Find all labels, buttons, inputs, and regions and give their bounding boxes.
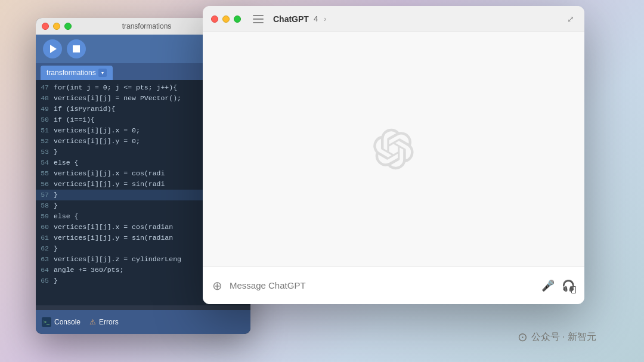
chatgpt-chevron-icon: ›: [324, 15, 326, 23]
line-number: 47: [36, 82, 54, 93]
line-code: vertices[i][j].x = cos(radi: [54, 168, 165, 179]
line-code: for(int j = 0; j <= pts; j++){: [54, 82, 177, 93]
line-number: 58: [36, 200, 54, 211]
console-icon: >_: [42, 317, 51, 327]
message-input[interactable]: [230, 280, 534, 290]
line-code: }: [54, 243, 58, 254]
line-code: }: [54, 147, 58, 157]
chatgpt-body: [203, 32, 584, 266]
external-link-icon[interactable]: ⤢: [565, 14, 576, 24]
line-code: }: [54, 190, 58, 200]
run-button[interactable]: [43, 39, 62, 58]
console-status[interactable]: >_ Console: [42, 317, 80, 327]
line-code: vertices[i][j].x = cos(radian: [54, 222, 173, 233]
line-number: 59: [36, 211, 54, 222]
chatgpt-title: ChatGPT: [273, 14, 309, 24]
tab-label: transformations: [47, 69, 96, 77]
watermark-text: 公众号 · 新智元: [531, 331, 596, 344]
errors-label: Errors: [99, 318, 119, 326]
line-number: 53: [36, 147, 54, 157]
line-code: vertices[i][j] = new PVector();: [54, 93, 181, 104]
processing-statusbar: >_ Console ⚠ Errors: [36, 310, 250, 334]
wechat-icon: ⊙: [518, 330, 528, 344]
line-number: 64: [36, 265, 54, 276]
line-code: if (i==1){: [54, 115, 95, 125]
watermark: ⊙ 公众号 · 新智元: [518, 330, 596, 344]
line-number: 51: [36, 125, 54, 136]
chatgpt-traffic-yellow[interactable]: [222, 16, 230, 23]
line-number: 56: [36, 179, 54, 190]
sidebar-toggle-icon[interactable]: [253, 15, 264, 23]
line-number: 54: [36, 157, 54, 168]
line-code: }: [54, 276, 58, 286]
line-code: }: [54, 200, 58, 211]
tab-dropdown-icon[interactable]: ▾: [98, 69, 107, 77]
line-code: vertices[i][j].y = 0;: [54, 136, 140, 147]
line-number: 62: [36, 243, 54, 254]
line-code: vertices[i][j].y = sin(radian: [54, 233, 173, 243]
traffic-light-red[interactable]: [42, 23, 49, 30]
line-code: if (isPyramid){: [54, 104, 116, 115]
line-number: 48: [36, 93, 54, 104]
console-label: Console: [54, 318, 80, 326]
line-code: vertices[i][j].z = cylinderLeng: [54, 254, 181, 265]
line-number: 55: [36, 168, 54, 179]
chatgpt-titlebar: ChatGPT 4 › ⤢: [203, 6, 584, 32]
chatgpt-inputbar: ⊕ 🎤 🎧: [203, 266, 584, 304]
cursor-indicator: [571, 286, 576, 293]
chatgpt-traffic-lights: [211, 16, 241, 23]
stop-button[interactable]: [67, 39, 86, 58]
chatgpt-window: ChatGPT 4 › ⤢ ⊕ 🎤 🎧: [203, 6, 584, 304]
line-number: 57: [36, 190, 54, 200]
line-code: else {: [54, 211, 78, 222]
chatgpt-traffic-green[interactable]: [234, 16, 241, 23]
line-number: 65: [36, 276, 54, 286]
line-number: 50: [36, 115, 54, 125]
line-code: vertices[i][j].x = 0;: [54, 125, 140, 136]
line-number: 49: [36, 104, 54, 115]
chatgpt-version: 4: [314, 14, 318, 23]
line-code: vertices[i][j].y = sin(radi: [54, 179, 165, 190]
line-number: 52: [36, 136, 54, 147]
attachment-icon[interactable]: ⊕: [212, 279, 222, 293]
chatgpt-logo: [373, 128, 414, 170]
line-number: 63: [36, 254, 54, 265]
line-number: 61: [36, 233, 54, 243]
headphones-icon[interactable]: 🎧: [562, 279, 575, 292]
errors-status[interactable]: ⚠ Errors: [89, 318, 119, 326]
line-code: else {: [54, 157, 78, 168]
line-number: 60: [36, 222, 54, 233]
microphone-icon[interactable]: 🎤: [541, 279, 555, 292]
chatgpt-traffic-red[interactable]: [211, 16, 218, 23]
processing-tab[interactable]: transformations ▾: [41, 66, 113, 80]
line-code: angle += 360/pts;: [54, 265, 123, 276]
warning-icon: ⚠: [89, 318, 96, 326]
